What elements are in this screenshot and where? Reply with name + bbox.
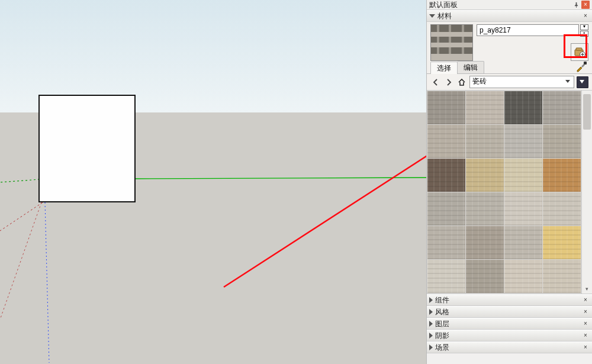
pin-icon[interactable] bbox=[572, 1, 580, 9]
material-thumbnail-grid bbox=[427, 91, 581, 294]
material-swatch[interactable] bbox=[504, 159, 542, 192]
material-swatch[interactable] bbox=[466, 159, 504, 192]
details-menu-button[interactable] bbox=[577, 76, 588, 88]
material-swatch[interactable] bbox=[504, 260, 542, 293]
panel-title: 场景 bbox=[435, 343, 580, 353]
material-swatch[interactable] bbox=[427, 260, 465, 293]
material-dropdown-icon[interactable]: ▾ bbox=[580, 24, 588, 30]
expand-icon bbox=[429, 333, 433, 339]
material-swatch[interactable] bbox=[427, 159, 465, 192]
expand-icon bbox=[429, 344, 433, 350]
tab-select[interactable]: 选择 bbox=[430, 62, 458, 74]
material-swatch[interactable] bbox=[504, 125, 542, 158]
material-swatch[interactable] bbox=[466, 192, 504, 226]
white-face-rectangle[interactable] bbox=[38, 95, 136, 202]
material-preview-thumbnail[interactable] bbox=[430, 24, 473, 61]
svg-rect-12 bbox=[584, 62, 587, 65]
material-swatch[interactable] bbox=[427, 91, 465, 124]
material-swatch[interactable] bbox=[504, 91, 542, 124]
materials-panel-title: 材料 bbox=[437, 11, 580, 21]
material-swatch[interactable] bbox=[543, 125, 581, 158]
collapse-icon bbox=[429, 14, 435, 18]
materials-panel-body: p_ay8217 ▾ ▪ 选 bbox=[427, 22, 592, 294]
collapsed-panel-header[interactable]: 组件× bbox=[427, 294, 592, 306]
expand-icon bbox=[429, 309, 433, 315]
material-swatch[interactable] bbox=[466, 260, 504, 293]
forward-button[interactable] bbox=[443, 77, 454, 88]
material-swatch[interactable] bbox=[543, 159, 581, 192]
svg-rect-6 bbox=[437, 25, 439, 60]
material-swatch[interactable] bbox=[427, 226, 465, 259]
material-swatch[interactable] bbox=[504, 226, 542, 259]
materials-scrollbar[interactable]: ▾ bbox=[581, 91, 592, 294]
material-swatch[interactable] bbox=[543, 260, 581, 293]
tab-edit[interactable]: 编辑 bbox=[457, 61, 484, 73]
svg-line-0 bbox=[224, 66, 426, 287]
material-swatch[interactable] bbox=[466, 226, 504, 259]
svg-rect-10 bbox=[576, 48, 582, 50]
expand-icon bbox=[429, 297, 433, 303]
material-swatch[interactable] bbox=[466, 125, 504, 158]
material-swatch[interactable] bbox=[427, 192, 465, 226]
material-swatch[interactable] bbox=[543, 226, 581, 259]
default-tray-panel: 默认面板 × 材料 × bbox=[426, 0, 592, 364]
material-swatch[interactable] bbox=[543, 91, 581, 124]
material-swatch[interactable] bbox=[543, 192, 581, 226]
panel-title: 风格 bbox=[435, 307, 580, 317]
panel-title: 组件 bbox=[435, 295, 580, 305]
material-swatch[interactable] bbox=[504, 192, 542, 226]
material-add-to-model-icon[interactable]: ▪ bbox=[580, 31, 588, 37]
panel-close-icon[interactable]: × bbox=[581, 296, 590, 304]
back-button[interactable] bbox=[430, 77, 441, 88]
material-swatch[interactable] bbox=[466, 91, 504, 124]
close-icon[interactable]: × bbox=[581, 1, 590, 9]
eyedropper-icon[interactable] bbox=[575, 60, 587, 72]
panel-title: 阴影 bbox=[435, 331, 580, 341]
viewport-3d[interactable] bbox=[0, 0, 427, 363]
collapsed-panel-header[interactable]: 图层× bbox=[427, 318, 592, 330]
panel-close-icon[interactable]: × bbox=[581, 343, 590, 352]
tray-title-bar[interactable]: 默认面板 × bbox=[427, 0, 592, 10]
material-name-input[interactable]: p_ay8217 bbox=[477, 24, 579, 36]
material-category-select[interactable]: 瓷砖 bbox=[469, 76, 574, 88]
expand-icon bbox=[429, 321, 433, 327]
tray-title: 默认面板 bbox=[429, 0, 571, 10]
panel-close-icon[interactable]: × bbox=[581, 320, 590, 328]
collapsed-panel-header[interactable]: 场景× bbox=[427, 342, 592, 353]
panel-close-icon[interactable]: × bbox=[581, 12, 590, 20]
materials-panel-header[interactable]: 材料 × bbox=[427, 10, 592, 22]
panel-close-icon[interactable]: × bbox=[581, 331, 590, 340]
collapsed-panel-header[interactable]: 风格× bbox=[427, 306, 592, 318]
panel-title: 图层 bbox=[435, 319, 580, 329]
collapsed-panel-header[interactable]: 阴影× bbox=[427, 330, 592, 342]
svg-rect-7 bbox=[449, 25, 451, 60]
material-swatch[interactable] bbox=[427, 125, 465, 158]
home-button[interactable] bbox=[456, 77, 467, 88]
material-category-value: 瓷砖 bbox=[472, 77, 487, 85]
create-material-button[interactable] bbox=[571, 43, 588, 61]
svg-rect-8 bbox=[462, 25, 464, 60]
panel-close-icon[interactable]: × bbox=[581, 308, 590, 316]
